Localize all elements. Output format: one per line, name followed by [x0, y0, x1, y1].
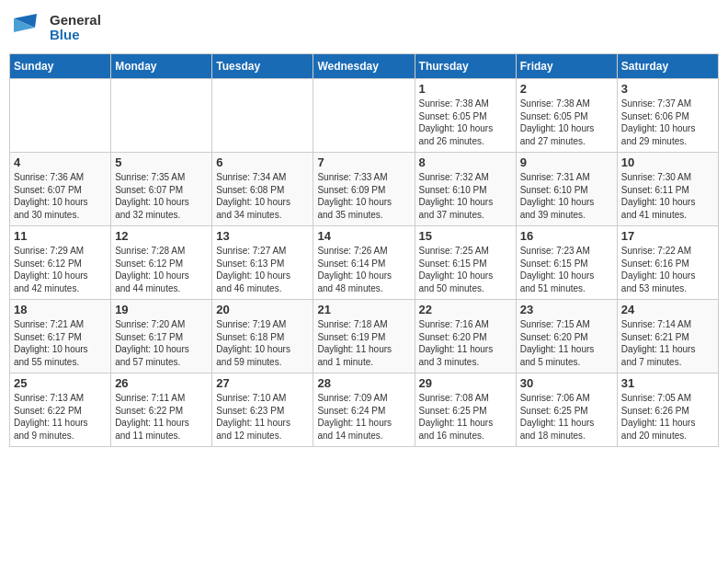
calendar-cell: 15Sunrise: 7:25 AM Sunset: 6:15 PM Dayli…: [415, 226, 516, 300]
day-number: 23: [520, 303, 613, 316]
day-number: 9: [520, 155, 613, 169]
calendar-cell: 8Sunrise: 7:32 AM Sunset: 6:10 PM Daylig…: [415, 153, 516, 226]
day-number: 27: [216, 376, 309, 390]
weekday-row: SundayMondayTuesdayWednesdayThursdayFrid…: [10, 54, 719, 79]
day-info: Sunrise: 7:30 AM Sunset: 6:11 PM Dayligh…: [621, 171, 714, 221]
day-number: 14: [317, 229, 410, 243]
day-info: Sunrise: 7:10 AM Sunset: 6:23 PM Dayligh…: [216, 392, 309, 442]
day-number: 11: [14, 229, 107, 243]
weekday-header: Thursday: [415, 54, 516, 79]
calendar-table: SundayMondayTuesdayWednesdayThursdayFrid…: [9, 53, 719, 447]
day-number: 1: [419, 82, 512, 96]
weekday-header: Friday: [516, 54, 617, 79]
day-info: Sunrise: 7:25 AM Sunset: 6:15 PM Dayligh…: [419, 245, 512, 294]
day-info: Sunrise: 7:26 AM Sunset: 6:14 PM Dayligh…: [317, 245, 410, 294]
calendar-week-row: 1Sunrise: 7:38 AM Sunset: 6:05 PM Daylig…: [10, 79, 719, 153]
calendar-cell: 6Sunrise: 7:34 AM Sunset: 6:08 PM Daylig…: [212, 153, 313, 226]
calendar-cell: 18Sunrise: 7:21 AM Sunset: 6:17 PM Dayli…: [10, 300, 111, 373]
logo: GeneralBlue: [9, 9, 101, 46]
day-info: Sunrise: 7:08 AM Sunset: 6:25 PM Dayligh…: [419, 392, 512, 442]
calendar-cell: 23Sunrise: 7:15 AM Sunset: 6:20 PM Dayli…: [516, 300, 617, 373]
day-number: 18: [14, 303, 107, 316]
day-number: 10: [621, 155, 714, 169]
day-number: 22: [419, 303, 512, 316]
day-info: Sunrise: 7:29 AM Sunset: 6:12 PM Dayligh…: [14, 245, 107, 294]
day-info: Sunrise: 7:15 AM Sunset: 6:20 PM Dayligh…: [520, 318, 613, 368]
day-info: Sunrise: 7:36 AM Sunset: 6:07 PM Dayligh…: [14, 171, 107, 221]
day-number: 24: [621, 303, 714, 316]
calendar-cell: 16Sunrise: 7:23 AM Sunset: 6:15 PM Dayli…: [516, 226, 617, 300]
day-info: Sunrise: 7:38 AM Sunset: 6:05 PM Dayligh…: [520, 98, 613, 147]
calendar-cell: [10, 79, 111, 153]
day-number: 6: [216, 155, 309, 169]
day-info: Sunrise: 7:23 AM Sunset: 6:15 PM Dayligh…: [520, 245, 613, 294]
day-number: 12: [115, 229, 208, 243]
day-number: 17: [621, 229, 714, 243]
day-info: Sunrise: 7:31 AM Sunset: 6:10 PM Dayligh…: [520, 171, 613, 221]
calendar-cell: 1Sunrise: 7:38 AM Sunset: 6:05 PM Daylig…: [415, 79, 516, 153]
day-info: Sunrise: 7:34 AM Sunset: 6:08 PM Dayligh…: [216, 171, 309, 221]
weekday-header: Sunday: [10, 54, 111, 79]
weekday-header: Monday: [111, 54, 212, 79]
day-number: 16: [520, 229, 613, 243]
day-info: Sunrise: 7:38 AM Sunset: 6:05 PM Dayligh…: [419, 98, 512, 147]
calendar-week-row: 11Sunrise: 7:29 AM Sunset: 6:12 PM Dayli…: [10, 226, 719, 300]
calendar-cell: 30Sunrise: 7:06 AM Sunset: 6:25 PM Dayli…: [516, 373, 617, 447]
day-info: Sunrise: 7:18 AM Sunset: 6:19 PM Dayligh…: [317, 318, 410, 368]
calendar-cell: 14Sunrise: 7:26 AM Sunset: 6:14 PM Dayli…: [313, 226, 415, 300]
calendar-cell: 2Sunrise: 7:38 AM Sunset: 6:05 PM Daylig…: [516, 79, 617, 153]
calendar-cell: 11Sunrise: 7:29 AM Sunset: 6:12 PM Dayli…: [10, 226, 111, 300]
day-info: Sunrise: 7:32 AM Sunset: 6:10 PM Dayligh…: [419, 171, 512, 221]
calendar-week-row: 4Sunrise: 7:36 AM Sunset: 6:07 PM Daylig…: [10, 153, 719, 226]
calendar-body: 1Sunrise: 7:38 AM Sunset: 6:05 PM Daylig…: [10, 79, 719, 447]
calendar-cell: 5Sunrise: 7:35 AM Sunset: 6:07 PM Daylig…: [111, 153, 212, 226]
calendar-cell: 29Sunrise: 7:08 AM Sunset: 6:25 PM Dayli…: [415, 373, 516, 447]
day-info: Sunrise: 7:37 AM Sunset: 6:06 PM Dayligh…: [621, 98, 714, 147]
calendar-cell: 13Sunrise: 7:27 AM Sunset: 6:13 PM Dayli…: [212, 226, 313, 300]
calendar-cell: 25Sunrise: 7:13 AM Sunset: 6:22 PM Dayli…: [10, 373, 111, 447]
day-number: 26: [115, 376, 208, 390]
day-number: 21: [317, 303, 410, 316]
day-info: Sunrise: 7:05 AM Sunset: 6:26 PM Dayligh…: [621, 392, 714, 442]
day-number: 19: [115, 303, 208, 316]
day-info: Sunrise: 7:28 AM Sunset: 6:12 PM Dayligh…: [115, 245, 208, 294]
day-info: Sunrise: 7:21 AM Sunset: 6:17 PM Dayligh…: [14, 318, 107, 368]
day-number: 28: [317, 376, 410, 390]
day-info: Sunrise: 7:33 AM Sunset: 6:09 PM Dayligh…: [317, 171, 410, 221]
calendar-cell: 12Sunrise: 7:28 AM Sunset: 6:12 PM Dayli…: [111, 226, 212, 300]
day-info: Sunrise: 7:11 AM Sunset: 6:22 PM Dayligh…: [115, 392, 208, 442]
page-header: GeneralBlue: [9, 9, 719, 46]
day-info: Sunrise: 7:09 AM Sunset: 6:24 PM Dayligh…: [317, 392, 410, 442]
day-number: 31: [621, 376, 714, 390]
day-number: 30: [520, 376, 613, 390]
calendar-week-row: 18Sunrise: 7:21 AM Sunset: 6:17 PM Dayli…: [10, 300, 719, 373]
calendar-cell: [313, 79, 415, 153]
calendar-header: SundayMondayTuesdayWednesdayThursdayFrid…: [10, 54, 719, 79]
day-info: Sunrise: 7:16 AM Sunset: 6:20 PM Dayligh…: [419, 318, 512, 368]
day-number: 4: [14, 155, 107, 169]
day-number: 5: [115, 155, 208, 169]
day-info: Sunrise: 7:06 AM Sunset: 6:25 PM Dayligh…: [520, 392, 613, 442]
day-info: Sunrise: 7:13 AM Sunset: 6:22 PM Dayligh…: [14, 392, 107, 442]
calendar-cell: 4Sunrise: 7:36 AM Sunset: 6:07 PM Daylig…: [10, 153, 111, 226]
calendar-cell: 21Sunrise: 7:18 AM Sunset: 6:19 PM Dayli…: [313, 300, 415, 373]
day-number: 2: [520, 82, 613, 96]
calendar-cell: 28Sunrise: 7:09 AM Sunset: 6:24 PM Dayli…: [313, 373, 415, 447]
day-number: 3: [621, 82, 714, 96]
day-info: Sunrise: 7:14 AM Sunset: 6:21 PM Dayligh…: [621, 318, 714, 368]
day-info: Sunrise: 7:27 AM Sunset: 6:13 PM Dayligh…: [216, 245, 309, 294]
day-number: 8: [419, 155, 512, 169]
calendar-cell: [111, 79, 212, 153]
logo-svg: [9, 9, 46, 46]
calendar-cell: 31Sunrise: 7:05 AM Sunset: 6:26 PM Dayli…: [617, 373, 718, 447]
calendar-cell: 27Sunrise: 7:10 AM Sunset: 6:23 PM Dayli…: [212, 373, 313, 447]
day-number: 15: [419, 229, 512, 243]
day-number: 7: [317, 155, 410, 169]
calendar-week-row: 25Sunrise: 7:13 AM Sunset: 6:22 PM Dayli…: [10, 373, 719, 447]
calendar-cell: 26Sunrise: 7:11 AM Sunset: 6:22 PM Dayli…: [111, 373, 212, 447]
weekday-header: Saturday: [617, 54, 718, 79]
calendar-cell: 19Sunrise: 7:20 AM Sunset: 6:17 PM Dayli…: [111, 300, 212, 373]
calendar-cell: 9Sunrise: 7:31 AM Sunset: 6:10 PM Daylig…: [516, 153, 617, 226]
day-info: Sunrise: 7:35 AM Sunset: 6:07 PM Dayligh…: [115, 171, 208, 221]
day-info: Sunrise: 7:20 AM Sunset: 6:17 PM Dayligh…: [115, 318, 208, 368]
